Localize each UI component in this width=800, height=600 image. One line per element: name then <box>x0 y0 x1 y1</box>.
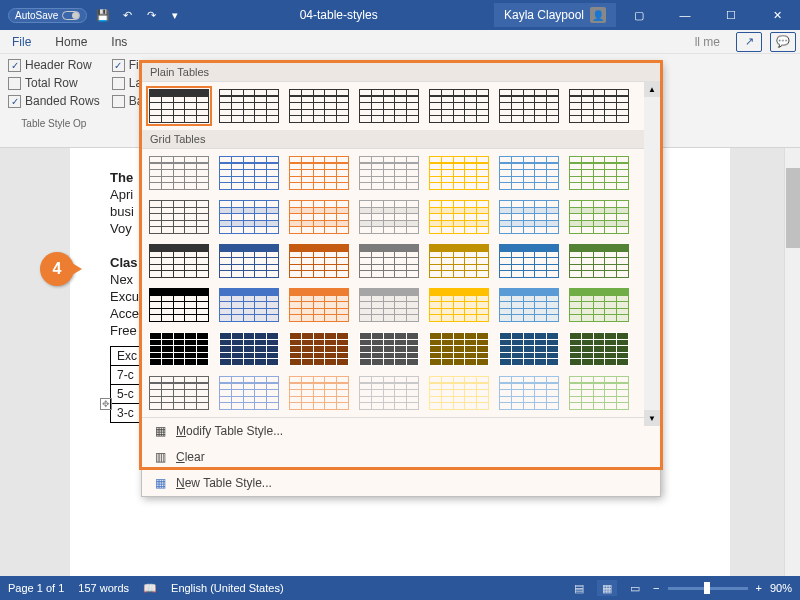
table-style-thumb[interactable] <box>286 153 352 193</box>
table-style-thumb[interactable] <box>426 373 492 413</box>
chk-last-col[interactable]: La <box>112 76 144 90</box>
table-style-thumb[interactable] <box>356 373 422 413</box>
table-style-thumb[interactable] <box>426 329 492 369</box>
comments-button[interactable]: 💬 <box>770 32 796 52</box>
new-style-icon: ▦ <box>152 475 168 491</box>
autosave-toggle[interactable]: AutoSave <box>8 8 87 23</box>
chk-banded-rows[interactable]: ✓Banded Rows <box>8 94 100 108</box>
table-style-thumb[interactable] <box>356 153 422 193</box>
vertical-scrollbar[interactable] <box>784 148 800 576</box>
table-style-thumb[interactable] <box>216 241 282 281</box>
titlebar: AutoSave 💾 ↶ ↷ ▾ 04-table-styles Kayla C… <box>0 0 800 30</box>
table-style-thumb[interactable] <box>566 153 632 193</box>
table-style-thumb[interactable] <box>146 241 212 281</box>
read-mode-icon[interactable]: ▤ <box>569 580 589 596</box>
zoom-slider[interactable] <box>668 587 748 590</box>
table-style-thumb[interactable] <box>426 241 492 281</box>
table-style-thumb[interactable] <box>216 197 282 237</box>
table-style-thumb[interactable] <box>286 329 352 369</box>
zoom-out-icon[interactable]: − <box>653 582 659 594</box>
table-style-thumb[interactable] <box>216 373 282 413</box>
avatar-icon: 👤 <box>590 7 606 23</box>
redo-icon[interactable]: ↷ <box>143 7 159 23</box>
table-style-thumb[interactable] <box>426 197 492 237</box>
table-style-thumb[interactable] <box>216 86 282 126</box>
gallery-scrollbar[interactable]: ▲ ▼ <box>644 81 660 426</box>
table-style-thumb[interactable] <box>566 241 632 281</box>
save-icon[interactable]: 💾 <box>95 7 111 23</box>
clear-icon: ▥ <box>152 449 168 465</box>
table-style-thumb[interactable] <box>566 86 632 126</box>
chk-first-col[interactable]: ✓Fi <box>112 58 144 72</box>
table-style-thumb[interactable] <box>356 329 422 369</box>
table-style-thumb[interactable] <box>146 373 212 413</box>
qat-dropdown-icon[interactable]: ▾ <box>167 7 183 23</box>
table-move-handle[interactable]: ✥ <box>100 398 112 410</box>
table-style-thumb[interactable] <box>566 197 632 237</box>
table-style-thumb[interactable] <box>496 241 562 281</box>
table-style-thumb[interactable] <box>566 285 632 325</box>
document-table[interactable]: Exc 7-c 5-c 3-c <box>110 346 144 423</box>
table-style-thumb[interactable] <box>566 373 632 413</box>
table-style-thumb[interactable] <box>426 153 492 193</box>
zoom-in-icon[interactable]: + <box>756 582 762 594</box>
table-style-thumb[interactable] <box>146 329 212 369</box>
minimize-button[interactable]: — <box>662 0 708 30</box>
modify-icon: ▦ <box>152 423 168 439</box>
print-layout-icon[interactable]: ▦ <box>597 580 617 596</box>
tab-insert[interactable]: Ins <box>99 30 139 54</box>
table-style-thumb[interactable] <box>146 86 212 126</box>
tell-me[interactable]: ll me <box>683 30 732 54</box>
table-style-thumb[interactable] <box>496 285 562 325</box>
maximize-button[interactable]: ☐ <box>708 0 754 30</box>
section-plain-tables: Plain Tables <box>142 63 660 82</box>
user-account[interactable]: Kayla Claypool 👤 <box>494 3 616 27</box>
table-style-thumb[interactable] <box>146 285 212 325</box>
table-style-thumb[interactable] <box>286 241 352 281</box>
table-style-thumb[interactable] <box>356 285 422 325</box>
table-style-thumb[interactable] <box>146 153 212 193</box>
close-button[interactable]: ✕ <box>754 0 800 30</box>
table-style-thumb[interactable] <box>146 197 212 237</box>
chk-banded-cols[interactable]: Ba <box>112 94 144 108</box>
new-table-style[interactable]: ▦ New Table Style... <box>142 470 660 496</box>
table-style-thumb[interactable] <box>356 86 422 126</box>
table-style-thumb[interactable] <box>426 285 492 325</box>
table-style-thumb[interactable] <box>286 86 352 126</box>
ribbon-display-icon[interactable]: ▢ <box>616 0 662 30</box>
table-style-thumb[interactable] <box>496 153 562 193</box>
scroll-up-icon: ▲ <box>644 81 660 97</box>
table-style-thumb[interactable] <box>496 329 562 369</box>
table-style-thumb[interactable] <box>496 197 562 237</box>
callout-badge: 4 <box>40 252 74 286</box>
clear-table-style[interactable]: ▥ Clear <box>142 444 660 470</box>
tab-file[interactable]: File <box>0 30 43 54</box>
web-layout-icon[interactable]: ▭ <box>625 580 645 596</box>
share-button[interactable]: ↗ <box>736 32 762 52</box>
table-style-thumb[interactable] <box>496 373 562 413</box>
table-style-thumb[interactable] <box>426 86 492 126</box>
chk-total-row[interactable]: Total Row <box>8 76 78 90</box>
table-style-thumb[interactable] <box>356 241 422 281</box>
status-language[interactable]: English (United States) <box>171 582 284 594</box>
chk-header-row[interactable]: ✓Header Row <box>8 58 92 72</box>
undo-icon[interactable]: ↶ <box>119 7 135 23</box>
table-style-thumb[interactable] <box>216 153 282 193</box>
zoom-level[interactable]: 90% <box>770 582 792 594</box>
status-words[interactable]: 157 words <box>78 582 129 594</box>
table-style-thumb[interactable] <box>286 197 352 237</box>
table-style-thumb[interactable] <box>496 86 562 126</box>
table-style-thumb[interactable] <box>216 329 282 369</box>
table-style-thumb[interactable] <box>286 373 352 413</box>
table-styles-gallery: Plain Tables Grid Tables ▲ ▼ ▦ Modify Ta… <box>141 62 661 497</box>
table-style-thumb[interactable] <box>216 285 282 325</box>
table-style-thumb[interactable] <box>566 329 632 369</box>
spellcheck-icon[interactable]: 📖 <box>143 582 157 595</box>
status-page[interactable]: Page 1 of 1 <box>8 582 64 594</box>
table-style-thumb[interactable] <box>286 285 352 325</box>
modify-table-style[interactable]: ▦ Modify Table Style... <box>142 418 660 444</box>
scroll-down-icon: ▼ <box>644 410 660 426</box>
table-style-thumb[interactable] <box>356 197 422 237</box>
status-bar: Page 1 of 1 157 words 📖 English (United … <box>0 576 800 600</box>
tab-home[interactable]: Home <box>43 30 99 54</box>
